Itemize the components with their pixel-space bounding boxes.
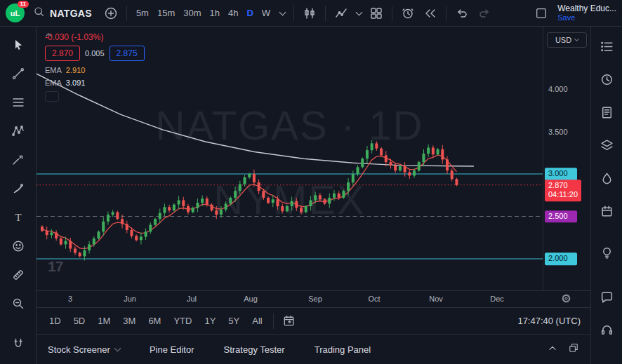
chevron-down-icon [355,8,362,15]
symbol-name: NATGAS [50,8,92,19]
range-5D[interactable]: 5D [68,313,91,329]
range-toolbar: 1D5D1M3M6MYTD1Y5YAll 17:47:40 (UTC) [37,307,590,334]
broker-logo[interactable]: uL 11 [6,4,25,22]
ideas-bulb-icon[interactable] [597,243,616,262]
session-clock[interactable]: 17:47:40 (UTC) [517,316,583,326]
interval-30m[interactable]: 30m [179,4,205,22]
price-scale[interactable]: USD 4.0003.5003.0002.87004:11:202.5002.0… [543,27,590,290]
ema-legend-row-0[interactable]: EMA2.910 [45,66,145,74]
time-label-Aug: Aug [244,295,258,303]
range-5Y[interactable]: 5Y [223,313,245,329]
interval-W[interactable]: W [258,4,274,22]
separator [446,6,446,21]
ema-label: EMA [45,79,62,87]
watchlist-icon[interactable] [597,36,616,56]
layout-grid-button[interactable] [366,3,387,24]
interval-1h[interactable]: 1h [206,4,224,22]
ema-legend-row-1[interactable]: EMA3.091 [45,79,145,87]
price-label-2.000: 2.000 [545,252,577,265]
price-tick: 4.000 [548,85,568,93]
hotlists-flame-icon[interactable] [597,168,616,188]
chart-column: NATGAS · 1D NYMEX -0.030 (-1.03%) 2.870 … [37,27,590,364]
right-sidebar [590,27,622,364]
separator [293,6,294,21]
news-icon[interactable] [597,102,616,122]
forecast-tool-button[interactable] [8,150,28,170]
footer-tab-group: Stock ScreenerPine EditorStrategy Tester… [48,344,371,355]
chevron-down-icon [114,345,121,352]
magnet-tool-button[interactable] [8,334,28,353]
alert-button[interactable] [397,3,418,24]
interval-15m[interactable]: 15m [153,4,179,22]
range-1D[interactable]: 1D [44,313,67,329]
text-tool-button[interactable]: T [8,208,28,227]
topbar-right-group: Wealthy Educ... Save [531,3,616,24]
footer-tab-strategy-tester[interactable]: Strategy Tester [223,344,284,355]
zoom-tool-button[interactable] [8,294,28,314]
svg-text:T: T [15,212,21,223]
indicators-button[interactable] [331,3,352,24]
compare-add-button[interactable] [100,3,121,24]
save-link[interactable]: Save [557,13,616,22]
range-All[interactable]: All [246,313,267,329]
interval-5m[interactable]: 5m [132,4,153,22]
account-menu[interactable]: Wealthy Educ... Save [557,4,616,23]
range-1Y[interactable]: 1Y [199,313,221,329]
drawing-toolbar: T [0,27,37,364]
go-to-date-button[interactable] [279,311,300,332]
footer-tab-trading-panel[interactable]: Trading Panel [315,344,371,355]
separator [126,6,127,21]
measure-tool-button[interactable] [8,265,28,285]
time-label-Jun: Jun [124,295,136,303]
object-tree-icon[interactable] [597,135,616,155]
indicators-dropdown-button[interactable] [353,3,364,24]
range-1M[interactable]: 1M [92,313,116,329]
search-icon [33,6,45,20]
chart-pane[interactable]: NATGAS · 1D NYMEX -0.030 (-1.03%) 2.870 … [37,27,543,290]
save-layout-button[interactable] [531,3,552,24]
interval-4h[interactable]: 4h [224,4,242,22]
footer-tab-pine-editor[interactable]: Pine Editor [150,344,194,355]
alerts-clock-icon[interactable] [597,69,616,89]
trend-line-tool-button[interactable] [8,64,28,83]
fib-retracement-tool-button[interactable] [8,93,28,112]
xabcd-pattern-tool-button[interactable] [8,121,28,141]
sell-price-button[interactable]: 2.870 [45,46,80,61]
streams-headset-icon[interactable] [597,320,616,339]
currency-dropdown[interactable]: USD [547,32,587,48]
chart-legend: -0.030 (-1.03%) 2.870 0.005 2.875 EMA2.9… [45,32,145,102]
interval-D[interactable]: D [242,4,257,22]
time-label-Oct: Oct [368,295,380,303]
panel-collapse-icon[interactable] [547,342,558,356]
cursor-tool-button[interactable] [8,35,28,55]
tradingview-logo[interactable]: 17 [48,258,62,275]
footer-tab-label: Trading Panel [315,344,371,355]
bar-replay-button[interactable] [420,3,441,24]
price-change-label: -0.030 (-1.03%) [45,32,145,42]
panel-restore-icon[interactable] [568,342,579,356]
legend-collapse-button[interactable] [45,91,59,102]
separator [273,314,274,329]
chart-type-button[interactable] [299,3,320,24]
trading-app: uL 11 NATGAS 5m15m30m1h4hDW [0,0,622,364]
range-6M[interactable]: 6M [143,313,166,329]
redo-button[interactable] [474,3,495,24]
chevron-down-icon [574,36,579,41]
brush-tool-button[interactable] [8,179,28,198]
spread-value: 0.005 [85,49,105,58]
emoji-tool-button[interactable] [8,236,28,256]
range-3M[interactable]: 3M [117,313,141,329]
symbol-search[interactable]: NATGAS [26,3,99,23]
buy-price-button[interactable]: 2.875 [110,46,145,61]
time-label-Nov: Nov [429,295,443,303]
price-label-3.000: 3.000 [545,168,577,180]
range-YTD[interactable]: YTD [168,313,197,329]
undo-button[interactable] [451,3,472,24]
time-axis[interactable]: 3JunJulAugSepOctNovDec [37,290,590,307]
interval-dropdown-button[interactable] [276,3,289,24]
chart-settings-gear-icon[interactable] [560,292,572,306]
calendar-icon[interactable] [597,201,616,221]
footer-tab-stock-screener[interactable]: Stock Screener [48,344,120,355]
separator [392,6,392,21]
chat-icon[interactable] [597,287,616,306]
